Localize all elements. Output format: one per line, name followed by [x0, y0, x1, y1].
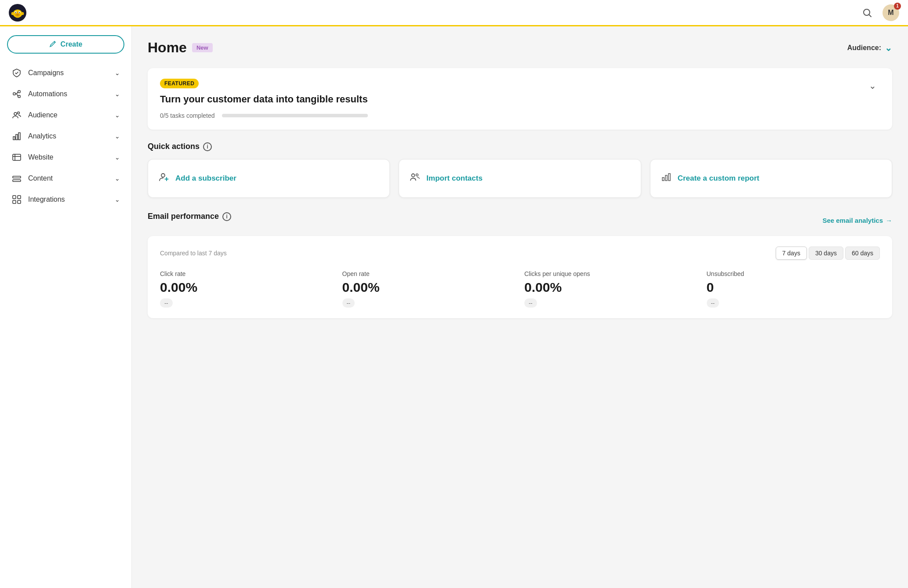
sidebar-item-website[interactable]: Website ⌄	[7, 147, 124, 168]
featured-title: Turn your customer data into tangible re…	[160, 94, 368, 105]
unsubscribed-label: Unsubscribed	[707, 270, 880, 277]
topbar-right: M 1	[859, 4, 899, 21]
import-contacts-card[interactable]: Import contacts	[399, 159, 641, 198]
svg-rect-15	[18, 91, 20, 93]
add-subscriber-icon	[159, 172, 169, 185]
integrations-chevron: ⌄	[115, 196, 120, 203]
open-rate-value: 0.00%	[342, 280, 516, 295]
filter-30days[interactable]: 30 days	[809, 247, 843, 260]
see-analytics-link[interactable]: See email analytics →	[822, 217, 892, 224]
analytics-chevron: ⌄	[115, 133, 120, 140]
add-subscriber-card[interactable]: Add a subscriber	[148, 159, 390, 198]
audience-selector[interactable]: Audience: ⌄	[847, 43, 892, 53]
audience-chevron: ⌄	[115, 112, 120, 119]
svg-rect-32	[662, 178, 664, 181]
svg-point-31	[416, 174, 418, 176]
performance-title: Email performance i	[148, 212, 231, 221]
filter-60days[interactable]: 60 days	[845, 247, 880, 260]
svg-point-29	[161, 174, 165, 177]
click-rate-change: --	[160, 298, 173, 308]
featured-badge: FEATURED	[160, 79, 199, 88]
metric-click-rate: Click rate 0.00% --	[160, 270, 334, 308]
svg-rect-22	[13, 154, 21, 160]
metric-clicks-unique: Clicks per unique opens 0.00% --	[524, 270, 698, 308]
topbar: M 1	[0, 0, 908, 26]
svg-rect-26	[18, 196, 21, 199]
svg-point-11	[22, 13, 23, 15]
svg-rect-24	[13, 180, 21, 181]
sidebar: Create Campaigns ⌄	[0, 26, 132, 588]
integrations-label: Integrations	[28, 196, 65, 203]
campaigns-chevron: ⌄	[115, 69, 120, 76]
sidebar-item-integrations[interactable]: Integrations ⌄	[7, 189, 124, 210]
quick-actions-info[interactable]: i	[203, 142, 212, 151]
filter-7days[interactable]: 7 days	[776, 247, 807, 260]
user-initial: M	[888, 9, 893, 17]
create-report-card[interactable]: Create a custom report	[650, 159, 892, 198]
notification-badge: 1	[894, 3, 901, 10]
page-title: Home	[148, 40, 187, 56]
quick-actions-title: Quick actions i	[148, 142, 892, 151]
arrow-right-icon: →	[886, 217, 892, 224]
svg-rect-21	[18, 133, 20, 140]
create-report-icon	[661, 172, 672, 185]
svg-rect-14	[13, 93, 15, 95]
audience-label: Audience	[28, 111, 58, 119]
website-icon	[11, 152, 22, 163]
quick-actions-grid: Add a subscriber Import contacts	[148, 159, 892, 198]
featured-card: FEATURED Turn your customer data into ta…	[148, 68, 892, 130]
layout: Create Campaigns ⌄	[0, 26, 908, 588]
progress-bar-bg	[222, 114, 368, 117]
metrics-grid: Click rate 0.00% -- Open rate 0.00% -- C…	[160, 270, 880, 308]
sidebar-item-campaigns[interactable]: Campaigns ⌄	[7, 62, 124, 83]
clicks-unique-label: Clicks per unique opens	[524, 270, 698, 277]
svg-point-7	[16, 14, 19, 15]
pencil-icon	[49, 40, 57, 48]
svg-rect-20	[16, 134, 18, 140]
sidebar-item-audience[interactable]: Audience ⌄	[7, 105, 124, 126]
progress-section: 0/5 tasks completed	[160, 112, 368, 119]
automations-chevron: ⌄	[115, 91, 120, 98]
analytics-icon	[11, 131, 22, 142]
svg-point-5	[15, 12, 16, 13]
svg-rect-16	[18, 95, 20, 98]
website-chevron: ⌄	[115, 154, 120, 161]
clicks-unique-value: 0.00%	[524, 280, 698, 295]
email-performance-section: Email performance i See email analytics …	[148, 212, 892, 318]
sidebar-item-automations[interactable]: Automations ⌄	[7, 83, 124, 105]
svg-rect-25	[13, 196, 16, 199]
import-contacts-icon	[410, 172, 420, 185]
time-filters: 7 days 30 days 60 days	[776, 247, 880, 260]
click-rate-value: 0.00%	[160, 280, 334, 295]
svg-rect-23	[13, 176, 21, 178]
create-button[interactable]: Create	[7, 35, 124, 54]
main-content: Home New Audience: ⌄ FEATURED Turn your …	[132, 26, 908, 588]
performance-card: Compared to last 7 days 7 days 30 days 6…	[148, 236, 892, 318]
integrations-icon	[11, 194, 22, 205]
clicks-unique-change: --	[524, 298, 537, 308]
search-button[interactable]	[859, 4, 875, 21]
create-report-label: Create a custom report	[678, 174, 759, 183]
svg-rect-28	[18, 200, 21, 203]
user-avatar[interactable]: M 1	[883, 4, 899, 21]
content-chevron: ⌄	[115, 175, 120, 182]
svg-rect-33	[665, 175, 667, 181]
sidebar-item-content[interactable]: Content ⌄	[7, 168, 124, 189]
progress-label: 0/5 tasks completed	[160, 112, 215, 119]
sidebar-item-analytics[interactable]: Analytics ⌄	[7, 126, 124, 147]
automations-label: Automations	[28, 90, 67, 98]
svg-rect-27	[13, 200, 16, 203]
svg-point-10	[12, 13, 13, 15]
svg-point-17	[14, 113, 17, 115]
open-rate-change: --	[342, 298, 355, 308]
campaigns-icon	[11, 68, 22, 78]
unsubscribed-value: 0	[707, 280, 880, 295]
topbar-left	[9, 4, 26, 22]
metric-open-rate: Open rate 0.00% --	[342, 270, 516, 308]
svg-point-18	[18, 112, 20, 114]
content-icon	[11, 173, 22, 184]
performance-info-icon[interactable]: i	[222, 212, 231, 221]
page-header: Home New Audience: ⌄	[148, 40, 892, 56]
featured-collapse-btn[interactable]: ⌄	[865, 79, 880, 93]
import-contacts-label: Import contacts	[426, 174, 483, 183]
